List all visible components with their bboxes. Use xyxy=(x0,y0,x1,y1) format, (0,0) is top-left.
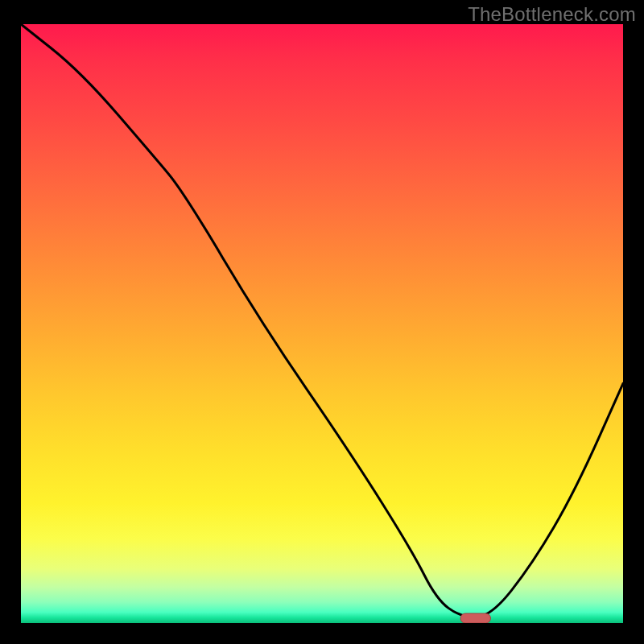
plot-area xyxy=(21,24,623,623)
plot-frame xyxy=(21,24,623,623)
optimal-marker xyxy=(460,613,490,623)
curve-layer xyxy=(21,24,623,623)
watermark-text: TheBottleneck.com xyxy=(468,3,636,26)
bottleneck-curve xyxy=(21,24,623,617)
chart-root: TheBottleneck.com xyxy=(0,0,644,644)
